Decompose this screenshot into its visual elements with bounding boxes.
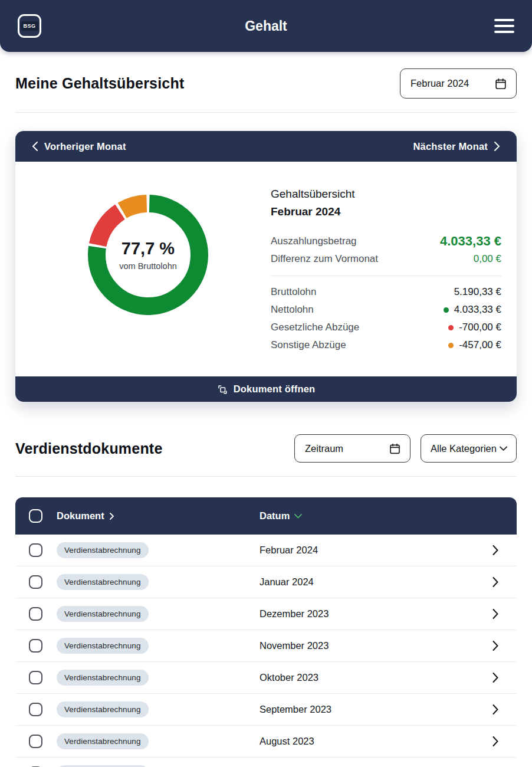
category-label: Alle Kategorien bbox=[431, 443, 497, 454]
document-date: Dezember 2023 bbox=[260, 608, 492, 620]
salary-details: Gehaltsübersicht Februar 2024 Auszahlung… bbox=[263, 188, 501, 354]
category-select[interactable]: Alle Kategorien bbox=[421, 434, 517, 463]
salary-card: Vorheriger Monat Nächster Monat 77,7 % v… bbox=[15, 131, 517, 402]
document-filters: Zeitraum Alle Kategorien bbox=[294, 434, 517, 463]
row-checkbox[interactable] bbox=[29, 607, 42, 621]
open-row-chevron-right-icon[interactable] bbox=[492, 608, 499, 620]
summary-rows: Auszahlungsbetrag 4.033,33 € Differenz z… bbox=[271, 232, 501, 268]
open-row-chevron-right-icon[interactable] bbox=[492, 576, 499, 588]
calendar-icon bbox=[389, 442, 401, 455]
chevron-right-icon bbox=[109, 512, 114, 520]
open-document-button[interactable]: Dokument öffnen bbox=[15, 376, 517, 402]
salary-donut-chart: 77,7 % vom Bruttolohn bbox=[88, 195, 208, 315]
document-date: August 2023 bbox=[260, 736, 492, 747]
document-date: Februar 2024 bbox=[260, 545, 492, 556]
money-row-label: Differenz zum Vormonat bbox=[271, 253, 378, 265]
legend-dot bbox=[448, 343, 454, 348]
card-month: Februar 2024 bbox=[271, 205, 501, 218]
legend-dot bbox=[448, 325, 454, 330]
divider bbox=[15, 112, 517, 113]
column-header-document[interactable]: Dokument bbox=[57, 510, 260, 522]
row-checkbox[interactable] bbox=[29, 703, 42, 716]
chevron-right-icon bbox=[494, 141, 500, 152]
open-row-chevron-right-icon[interactable] bbox=[492, 672, 499, 683]
row-checkbox[interactable] bbox=[29, 543, 42, 557]
document-type-badge: Verdienstabrechnung bbox=[57, 574, 149, 590]
month-picker-value: Februar 2024 bbox=[411, 78, 469, 89]
chevron-down-icon bbox=[499, 445, 508, 451]
month-navigation: Vorheriger Monat Nächster Monat bbox=[15, 131, 517, 162]
document-type-cell: Verdienstabrechnung bbox=[57, 574, 260, 590]
open-document-label: Dokument öffnen bbox=[234, 384, 316, 395]
documents-header: Verdienstdokumente Zeitraum Alle Kategor… bbox=[15, 434, 517, 463]
open-document-icon bbox=[217, 384, 228, 395]
donut-center-label: 77,7 % vom Bruttolohn bbox=[88, 195, 208, 315]
document-type-badge: Verdienstabrechnung bbox=[57, 670, 149, 686]
open-row-chevron-right-icon[interactable] bbox=[492, 736, 499, 747]
money-row-label: Sonstige Abzüge bbox=[271, 339, 346, 351]
date-column-label: Datum bbox=[260, 510, 290, 522]
money-row-label: Nettolohn bbox=[271, 304, 314, 316]
document-column-label: Dokument bbox=[57, 510, 104, 522]
salary-card-body: 77,7 % vom Bruttolohn Gehaltsübersicht F… bbox=[15, 162, 517, 376]
overview-heading: Meine Gehaltsübersicht bbox=[15, 75, 184, 92]
money-row: Differenz zum Vormonat 0,00 € bbox=[271, 250, 501, 268]
document-row[interactable]: Verdienstabrechnung Februar 2024 bbox=[15, 535, 517, 566]
row-checkbox[interactable] bbox=[29, 671, 42, 684]
money-row: Sonstige Abzüge -457,00 € bbox=[271, 336, 501, 354]
previous-month-button[interactable]: Vorheriger Monat bbox=[32, 141, 126, 152]
page-title: Gehalt bbox=[0, 18, 532, 34]
open-row-chevron-right-icon[interactable] bbox=[492, 704, 499, 715]
document-row[interactable]: Verdienstabrechnung Oktober 2023 bbox=[15, 662, 517, 694]
document-type-badge: Verdienstabrechnung bbox=[57, 733, 149, 749]
column-header-date-sort[interactable]: Datum bbox=[260, 510, 303, 522]
document-type-badge: Verdienstabrechnung bbox=[57, 702, 149, 717]
money-row-value: -700,00 € bbox=[448, 322, 501, 333]
select-all-checkbox[interactable] bbox=[29, 509, 42, 523]
next-month-button[interactable]: Nächster Monat bbox=[413, 141, 500, 152]
menu-icon[interactable] bbox=[494, 17, 514, 35]
document-row[interactable]: Verdienstabrechnung July 2023 bbox=[15, 758, 517, 767]
month-picker[interactable]: Februar 2024 bbox=[400, 68, 517, 99]
calendar-icon bbox=[494, 77, 507, 90]
row-checkbox[interactable] bbox=[29, 639, 42, 653]
donut-column: 77,7 % vom Bruttolohn bbox=[33, 188, 263, 354]
card-subtitle: Gehaltsübersicht bbox=[271, 188, 501, 201]
money-row: Auszahlungsbetrag 4.033,33 € bbox=[271, 232, 501, 250]
row-checkbox[interactable] bbox=[29, 575, 42, 589]
zeitraum-date-filter[interactable]: Zeitraum bbox=[294, 434, 411, 463]
document-row[interactable]: Verdienstabrechnung Januar 2024 bbox=[15, 566, 517, 598]
breakdown-rows: Bruttolohn 5.190,33 € Nettolohn 4.033,33… bbox=[271, 283, 501, 354]
app-logo: BSG bbox=[18, 14, 41, 38]
document-type-cell: Verdienstabrechnung bbox=[57, 670, 260, 686]
previous-month-label: Vorheriger Monat bbox=[44, 141, 126, 152]
money-row: Gesetzliche Abzüge -700,00 € bbox=[271, 319, 501, 336]
document-date: Januar 2024 bbox=[260, 576, 492, 588]
open-row-chevron-right-icon[interactable] bbox=[492, 545, 499, 556]
details-divider bbox=[271, 276, 501, 276]
money-row-value: 5.190,33 € bbox=[454, 286, 501, 298]
money-row-value: 4.033,33 € bbox=[440, 234, 501, 249]
chevron-left-icon bbox=[32, 141, 38, 152]
document-type-cell: Verdienstabrechnung bbox=[57, 638, 260, 654]
document-row[interactable]: Verdienstabrechnung August 2023 bbox=[15, 726, 517, 758]
money-row-label: Auszahlungsbetrag bbox=[271, 235, 357, 247]
document-date: September 2023 bbox=[260, 704, 492, 715]
money-row-label: Bruttolohn bbox=[271, 286, 317, 298]
document-row[interactable]: Verdienstabrechnung November 2023 bbox=[15, 630, 517, 662]
row-checkbox[interactable] bbox=[29, 735, 42, 748]
money-row-value: 4.033,33 € bbox=[444, 304, 501, 316]
document-row[interactable]: Verdienstabrechnung September 2023 bbox=[15, 694, 517, 726]
money-row-value: 0,00 € bbox=[474, 253, 501, 265]
zeitraum-label: Zeitraum bbox=[305, 443, 343, 454]
next-month-label: Nächster Monat bbox=[413, 141, 488, 152]
document-row[interactable]: Verdienstabrechnung Dezember 2023 bbox=[15, 598, 517, 630]
documents-table: Dokument Datum Verdienstabrechnung Febru… bbox=[15, 497, 517, 767]
donut-sublabel: vom Bruttolohn bbox=[119, 261, 177, 271]
open-row-chevron-right-icon[interactable] bbox=[492, 640, 499, 651]
overview-header: Meine Gehaltsübersicht Februar 2024 bbox=[15, 68, 517, 99]
table-header-row: Dokument Datum bbox=[15, 497, 517, 535]
document-type-badge: Verdienstabrechnung bbox=[57, 542, 149, 558]
document-type-badge: Verdienstabrechnung bbox=[57, 606, 149, 622]
sort-chevron-down-icon bbox=[294, 513, 303, 519]
